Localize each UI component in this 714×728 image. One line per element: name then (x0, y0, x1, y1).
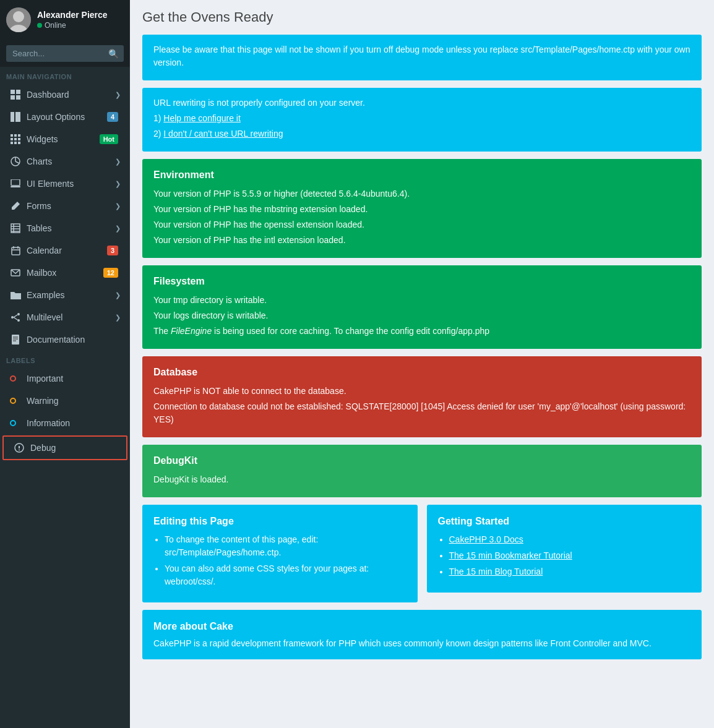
user-name: Alexander Pierce (37, 10, 108, 20)
th-icon (9, 134, 22, 144)
search-icon-btn[interactable]: 🔍 (108, 49, 119, 59)
chevron-right-icon: ❯ (115, 314, 121, 322)
chevron-right-icon: ❯ (115, 202, 121, 210)
svg-rect-9 (11, 134, 13, 137)
sidebar-item-label: Important (27, 374, 121, 383)
svg-rect-21 (11, 179, 20, 186)
laptop-icon (9, 179, 22, 188)
fs-line-2: Your logs directory is writable. (153, 309, 690, 322)
alert-url-line1: URL rewriting is not properly configured… (153, 96, 690, 109)
editing-list: To change the content of this page, edit… (153, 533, 406, 588)
env-title: Environment (153, 168, 690, 182)
badge-mailbox: 12 (103, 268, 118, 278)
sidebar-item-charts[interactable]: Charts ❯ (0, 150, 130, 173)
two-col-section: Editing this Page To change the content … (142, 505, 702, 602)
sidebar-item-label: Examples (27, 290, 115, 300)
svg-line-37 (14, 317, 17, 320)
sidebar: Alexander Pierce Online 🔍 MAIN NAVIGATIO… (0, 0, 130, 728)
db-title: Database (153, 365, 690, 380)
sidebar-item-forms[interactable]: Forms ❯ (0, 195, 130, 217)
bookmarker-tutorial-link[interactable]: The 15 min Bookmarker Tutorial (449, 550, 572, 560)
db-line-1: CakePHP is NOT able to connect to the da… (153, 385, 690, 398)
dashboard-icon (9, 90, 22, 100)
alert-url-line2: 1) Help me configure it (153, 112, 690, 125)
sidebar-item-multilevel[interactable]: Multilevel ❯ (0, 306, 130, 328)
alert-environment: Environment Your version of PHP is 5.5.9… (142, 159, 702, 258)
svg-rect-22 (11, 186, 20, 187)
sidebar-item-debug[interactable]: Debug (2, 435, 127, 460)
sidebar-item-label: Calendar (27, 246, 107, 255)
sidebar-item-important[interactable]: Important (0, 367, 130, 390)
book-icon (9, 335, 22, 345)
debug-icon (13, 443, 25, 453)
debug-label: Debug (30, 443, 117, 453)
getting-link-2: The 15 min Bookmarker Tutorial (449, 549, 691, 562)
status-text: Online (45, 21, 66, 30)
alert-database: Database CakePHP is NOT able to connect … (142, 356, 702, 437)
chevron-right-icon: ❯ (115, 91, 121, 99)
svg-rect-28 (12, 247, 20, 255)
sidebar-item-examples[interactable]: Examples ❯ (0, 284, 130, 306)
sidebar-item-warning[interactable]: Warning (0, 390, 130, 412)
sidebar-item-label: UI Elements (27, 179, 115, 189)
svg-rect-13 (14, 138, 17, 140)
pie-chart-icon (9, 156, 22, 166)
important-dot-icon (9, 375, 22, 382)
chevron-right-icon: ❯ (115, 180, 121, 188)
sidebar-item-documentation[interactable]: Documentation (0, 328, 130, 351)
svg-rect-8 (15, 112, 20, 122)
sidebar-item-layout-options[interactable]: Layout Options 4 (0, 106, 130, 128)
sidebar-item-mailbox[interactable]: Mailbox 12 (0, 262, 130, 284)
information-dot-icon (9, 420, 22, 426)
edit-icon (9, 201, 22, 211)
alert-url-rewriting: URL rewriting is not properly configured… (142, 88, 702, 152)
blog-tutorial-link[interactable]: The 15 min Blog Tutorial (449, 567, 543, 576)
sidebar-item-label: Dashboard (27, 90, 115, 100)
svg-rect-6 (16, 95, 20, 100)
alert-debugkit: DebugKit DebugKit is loaded. (142, 445, 702, 497)
svg-point-35 (11, 316, 14, 319)
svg-point-44 (19, 450, 20, 451)
sidebar-item-label: Tables (27, 223, 115, 233)
sidebar-item-dashboard[interactable]: Dashboard ❯ (0, 84, 130, 106)
env-line-2: Your version of PHP has the mbstring ext… (153, 203, 690, 216)
svg-rect-38 (12, 335, 19, 345)
more-about-cake-text: CakePHP is a rapid development framework… (153, 638, 690, 648)
user-info: Alexander Pierce Online (37, 10, 108, 30)
svg-line-20 (15, 161, 19, 163)
table-icon (9, 223, 22, 233)
cakephp-docs-link[interactable]: CakePHP 3.0 Docs (449, 534, 523, 544)
search-box: 🔍 (0, 40, 130, 67)
labels-section-label: LABELS (0, 351, 130, 367)
search-input[interactable] (6, 45, 124, 62)
help-configure-link[interactable]: Help me configure it (163, 113, 241, 123)
no-url-rewriting-link[interactable]: I don't / can't use URL rewriting (163, 129, 283, 139)
alert-debug-mode: Please be aware that this page will not … (142, 35, 702, 80)
main-nav-label: MAIN NAVIGATION (0, 67, 130, 84)
sidebar-item-label: Multilevel (27, 312, 115, 322)
sidebar-item-calendar[interactable]: Calendar 3 (0, 239, 130, 262)
warning-dot-icon (9, 398, 22, 404)
sidebar-item-information[interactable]: Information (0, 412, 130, 434)
editing-bullet-1: To change the content of this page, edit… (165, 533, 406, 559)
svg-rect-3 (11, 90, 15, 94)
sidebar-item-label: Charts (27, 156, 115, 166)
getting-link-3: The 15 min Blog Tutorial (449, 565, 691, 578)
sidebar-item-ui-elements[interactable]: UI Elements ❯ (0, 173, 130, 195)
svg-rect-4 (16, 90, 20, 94)
sidebar-item-widgets[interactable]: Widgets Hot (0, 128, 130, 150)
user-status: Online (37, 21, 108, 30)
getting-started-col: Getting Started CakePHP 3.0 Docs The 15 … (427, 505, 702, 602)
svg-rect-11 (18, 134, 20, 137)
getting-started-list: CakePHP 3.0 Docs The 15 min Bookmarker T… (438, 533, 691, 578)
badge-widgets: Hot (100, 134, 118, 144)
sidebar-item-label: Warning (27, 396, 121, 406)
sidebar-item-tables[interactable]: Tables ❯ (0, 217, 130, 239)
avatar (6, 7, 31, 32)
editing-bullet-2: You can also add some CSS styles for you… (165, 562, 406, 588)
svg-point-1 (13, 11, 24, 22)
env-line-1: Your version of PHP is 5.5.9 or higher (… (153, 187, 690, 200)
chevron-right-icon: ❯ (115, 158, 121, 166)
svg-rect-16 (14, 142, 17, 144)
svg-point-33 (17, 313, 20, 315)
